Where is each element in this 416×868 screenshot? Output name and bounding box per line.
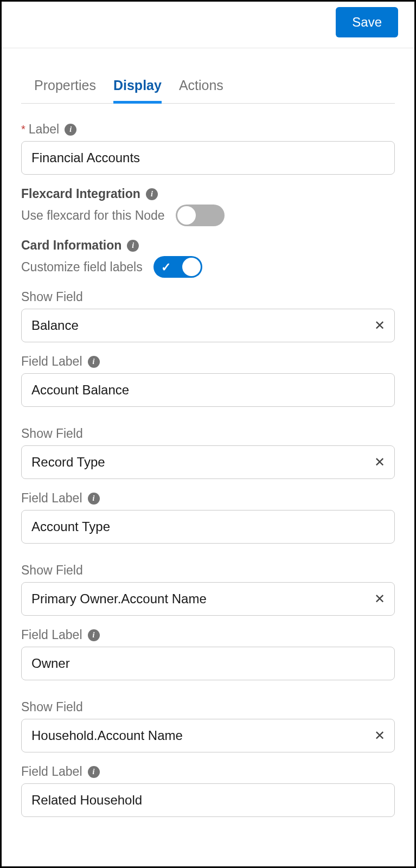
close-icon[interactable]: ✕ [372, 455, 387, 470]
close-icon[interactable]: ✕ [372, 728, 387, 743]
tab-actions[interactable]: Actions [179, 70, 223, 103]
toggle-label-customize: Customize field labels [21, 260, 143, 275]
section-cardinfo: Card Information [21, 238, 121, 253]
info-icon[interactable]: i [127, 240, 139, 252]
tab-display[interactable]: Display [113, 70, 162, 104]
field-label-label: Field Label [21, 354, 82, 369]
field-label-label: Field Label [21, 628, 82, 642]
show-field-input-2[interactable] [21, 582, 395, 616]
check-icon: ✓ [161, 260, 171, 275]
show-field-input-1[interactable] [21, 445, 395, 479]
field-label-label: Field Label [21, 764, 82, 779]
info-icon[interactable]: i [146, 188, 158, 200]
info-icon[interactable]: i [88, 493, 100, 505]
tab-bar: Properties Display Actions [21, 70, 395, 104]
info-icon[interactable]: i [88, 356, 100, 368]
field-label-input-0[interactable] [21, 373, 395, 407]
label-title: Label [29, 122, 59, 137]
section-flexcard: Flexcard Integration [21, 187, 140, 201]
show-field-label: Show Field [21, 426, 83, 441]
toggle-label-flexcard: Use flexcard for this Node [21, 208, 165, 223]
show-field-input-0[interactable] [21, 309, 395, 342]
info-icon[interactable]: i [88, 766, 100, 778]
info-icon[interactable]: i [88, 629, 100, 641]
field-label-label: Field Label [21, 491, 82, 506]
info-icon[interactable]: i [65, 124, 76, 136]
show-field-input-3[interactable] [21, 719, 395, 752]
required-indicator: * [21, 123, 25, 136]
field-label-input-1[interactable] [21, 510, 395, 544]
show-field-label: Show Field [21, 563, 83, 578]
field-label-input-2[interactable] [21, 647, 395, 680]
show-field-label: Show Field [21, 290, 83, 304]
toggle-flexcard[interactable] [176, 205, 225, 226]
field-label-input-3[interactable] [21, 783, 395, 817]
close-icon[interactable]: ✕ [372, 591, 387, 607]
show-field-label: Show Field [21, 700, 83, 714]
save-button[interactable]: Save [336, 7, 398, 37]
toggle-customize[interactable]: ✓ [153, 256, 202, 278]
label-input[interactable] [21, 141, 395, 175]
tab-properties[interactable]: Properties [34, 70, 96, 103]
close-icon[interactable]: ✕ [372, 318, 387, 333]
